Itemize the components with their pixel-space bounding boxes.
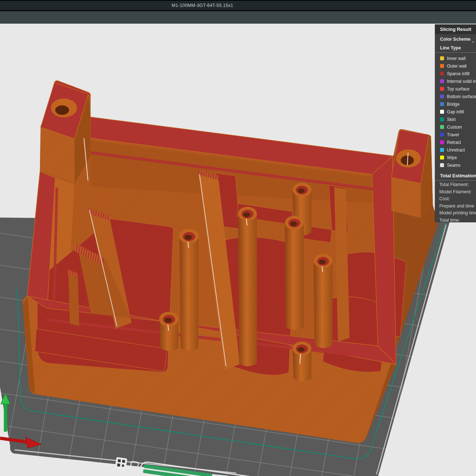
legend-row-unretract: Unretract (435, 146, 476, 154)
slicer-app: { "window": { "title": "M1-100MM-3GT-64T… (0, 0, 476, 476)
legend-label: Unretract (447, 148, 465, 153)
legend-swatch-internal-solid-infill (440, 79, 444, 83)
sliced-model[interactable] (23, 81, 438, 443)
legend-label: Seams (447, 163, 460, 168)
line-type-label: Line Type (435, 44, 476, 52)
legend-row-bridge: Bridge (435, 100, 476, 108)
estimation-row-total-filament-: Total Filament: (435, 181, 476, 189)
legend-label: Skirt (447, 117, 456, 122)
slicing-result-panel: Slicing Result Color Scheme ⌄ Line Type … (435, 24, 476, 222)
legend-swatch-seams (440, 163, 444, 167)
window-title: M1-100MM-3GT-64T-55.15x1 (0, 1, 405, 11)
legend-swatch-gap-infill (440, 110, 444, 114)
legend-label: Wipe (447, 155, 457, 160)
legend-row-seams: Seams (435, 161, 476, 169)
title-bar: M1-100MM-3GT-64T-55.15x1 (0, 0, 476, 10)
legend-label: Outer wall (447, 64, 467, 69)
toolbar (0, 11, 476, 24)
legend-swatch-inner-wall (440, 56, 444, 60)
legend-swatch-custom (440, 125, 444, 129)
estimation-row-total-time-: Total time: (435, 217, 476, 224)
legend-row-custom: Custom (435, 123, 476, 131)
legend-swatch-skirt (440, 117, 444, 121)
divider (435, 180, 476, 181)
legend-row-retract: Retract (435, 138, 476, 146)
legend-row-internal-solid-infill: Internal solid infill (435, 77, 476, 85)
legend-label: Retract (447, 140, 461, 145)
legend-label: Custom (447, 125, 462, 130)
legend-label: Top surface (447, 86, 469, 92)
legend-swatch-top-surface (440, 87, 444, 91)
legend-swatch-retract (440, 140, 444, 144)
divider (435, 52, 476, 53)
scene-canvas (0, 24, 476, 476)
legend-row-bottom-surface: Bottom surface (435, 93, 476, 100)
legend-row-skirt: Skirt (435, 116, 476, 123)
legend-swatch-bridge (440, 102, 444, 106)
legend-swatch-travel (440, 133, 444, 137)
legend-swatch-bottom-surface (440, 94, 444, 98)
legend-row-inner-wall: Inner wall (435, 55, 476, 62)
viewport-3d[interactable] (0, 24, 476, 476)
estimation-row-model-filament-: Model Filament: (435, 189, 476, 196)
legend-label: Bottom surface (447, 94, 476, 99)
legend-swatch-sparse-infill (440, 72, 444, 76)
estimation-list: Total Filament:Model Filament:Cost:Prepa… (435, 181, 476, 224)
color-scheme-dropdown[interactable]: Color Scheme ⌄ (435, 34, 476, 44)
color-scheme-label: Color Scheme (440, 37, 471, 42)
legend-label: Internal solid infill (447, 79, 476, 84)
legend-label: Inner wall (447, 56, 465, 61)
legend-label: Bridge (447, 102, 460, 107)
plate-qr-icon (115, 457, 127, 469)
total-estimation-label: Total Estimation (435, 170, 476, 180)
legend-swatch-unretract (440, 148, 444, 152)
line-type-legend: Inner wallOuter wallSparse infillInterna… (435, 53, 476, 170)
legend-row-outer-wall: Outer wall (435, 62, 476, 70)
estimation-row-model-printing-time-: Model printing time: (435, 210, 476, 217)
legend-row-wipe: Wipe (435, 154, 476, 161)
legend-row-top-surface: Top surface (435, 85, 476, 93)
legend-row-sparse-infill: Sparse infill (435, 70, 476, 77)
estimation-row-prepare-and-time: Prepare and time (435, 203, 476, 210)
estimation-row-cost-: Cost: (435, 195, 476, 203)
legend-swatch-wipe (440, 156, 444, 160)
legend-label: Sparse infill (447, 71, 469, 76)
legend-label: Travel (447, 132, 459, 137)
legend-row-gap-infill: Gap infill (435, 108, 476, 116)
legend-swatch-outer-wall (440, 64, 444, 68)
panel-title: Slicing Result (435, 24, 476, 34)
legend-label: Gap infill (447, 109, 464, 114)
legend-row-travel: Travel (435, 131, 476, 138)
